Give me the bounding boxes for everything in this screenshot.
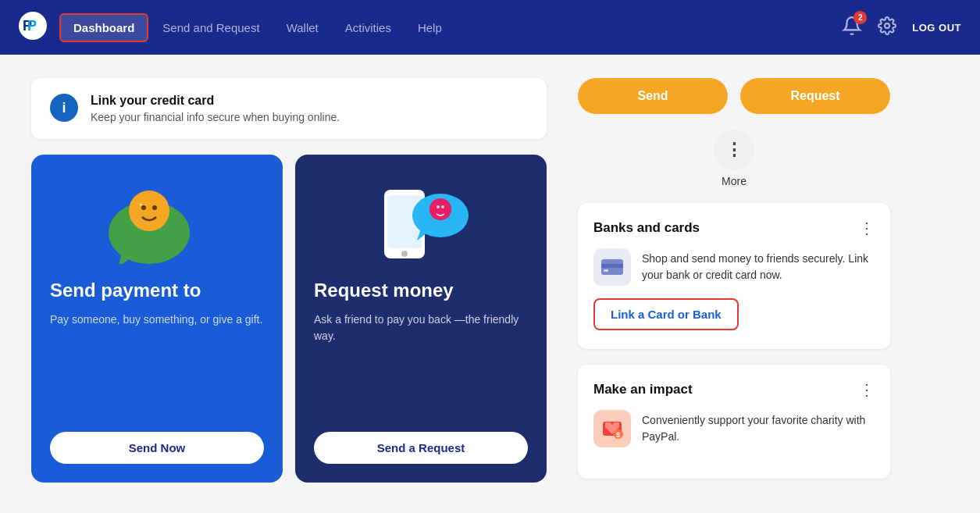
svg-point-9: [140, 204, 142, 206]
impact-description: Conveniently support your favorite chari…: [642, 412, 875, 445]
banner-title: Link your credit card: [91, 94, 340, 108]
nav-help[interactable]: Help: [405, 15, 454, 41]
svg-point-7: [141, 205, 146, 210]
info-banner: i Link your credit card Keep your financ…: [31, 78, 547, 139]
svg-text:$: $: [616, 431, 620, 439]
link-card-bank-button[interactable]: Link a Card or Bank: [593, 298, 739, 330]
svg-rect-20: [604, 269, 608, 272]
action-buttons: Send Request: [578, 78, 890, 114]
impact-section-title: Make an impact: [593, 382, 693, 397]
logout-button[interactable]: LOG OUT: [912, 22, 961, 34]
banks-section: Banks and cards ⋮ Shop and send money to…: [578, 203, 890, 349]
nav-send-request[interactable]: Send and Request: [150, 15, 272, 41]
send-action-button[interactable]: Send: [578, 78, 728, 114]
more-section: ⋮ More: [578, 130, 890, 187]
svg-text:P: P: [27, 18, 37, 34]
impact-section: Make an impact ⋮ $ Conveniently support …: [578, 365, 890, 479]
info-icon: i: [50, 94, 78, 122]
send-card-title: Send payment to: [50, 280, 201, 302]
paypal-logo: P P: [19, 12, 47, 43]
impact-menu-icon[interactable]: ⋮: [859, 380, 875, 399]
notification-badge: 2: [853, 11, 867, 24]
request-action-button[interactable]: Request: [740, 78, 890, 114]
banks-section-title: Banks and cards: [593, 220, 700, 236]
banks-description: Shop and send money to friends securely.…: [642, 251, 875, 283]
banks-menu-icon[interactable]: ⋮: [859, 219, 875, 237]
nav-activities[interactable]: Activities: [333, 15, 404, 41]
svg-point-15: [429, 198, 451, 220]
send-payment-card: Send payment to Pay someone, buy somethi…: [31, 155, 283, 483]
nav-dashboard[interactable]: Dashboard: [59, 13, 148, 42]
svg-point-6: [129, 191, 169, 231]
svg-point-12: [401, 251, 408, 257]
send-illustration: [50, 178, 264, 264]
request-money-card: Request money Ask a friend to pay you ba…: [295, 155, 547, 483]
banner-description: Keep your financial info secure when buy…: [91, 111, 340, 123]
svg-point-8: [152, 205, 157, 210]
send-now-button[interactable]: Send Now: [50, 432, 264, 464]
request-illustration: [314, 178, 528, 264]
request-card-desc: Ask a friend to pay you back —the friend…: [314, 312, 528, 413]
more-button[interactable]: ⋮: [714, 130, 754, 170]
request-card-title: Request money: [314, 280, 454, 302]
more-label: More: [722, 175, 747, 187]
bank-icon-box: [593, 248, 631, 286]
settings-icon[interactable]: [878, 16, 896, 38]
svg-point-3: [885, 23, 889, 28]
svg-rect-19: [601, 264, 623, 268]
send-card-desc: Pay someone, buy something, or give a gi…: [50, 312, 262, 413]
nav-wallet[interactable]: Wallet: [274, 15, 331, 41]
svg-point-17: [441, 205, 444, 208]
svg-point-16: [437, 205, 440, 208]
notification-bell[interactable]: 2: [842, 16, 862, 39]
send-a-request-button[interactable]: Send a Request: [314, 432, 528, 464]
more-dots-icon: ⋮: [725, 140, 743, 160]
impact-icon-box: $: [593, 410, 631, 447]
